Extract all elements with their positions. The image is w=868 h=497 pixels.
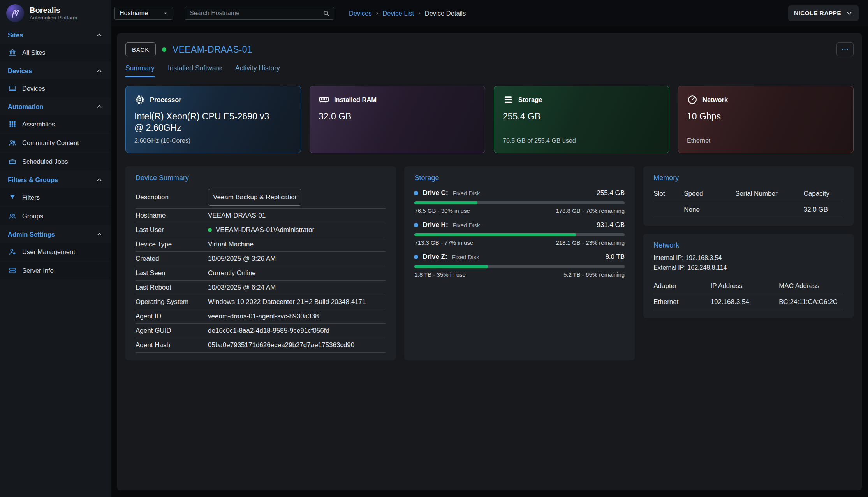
sidebar-item-label: Server Info (22, 267, 54, 274)
storage-stack-icon (503, 94, 514, 105)
chevron-down-icon (846, 10, 853, 17)
tab-summary[interactable]: Summary (125, 64, 155, 77)
drive-size: 255.4 GB (597, 189, 625, 197)
row-value: VEEAM-DRAAS-01\Administrator (216, 226, 314, 234)
drive-remaining-label: 5.2 TB - 65% remaining (563, 271, 625, 278)
sidebar-section-devices[interactable]: Devices (0, 62, 111, 79)
device-details-panel: BACK VEEAM-DRAAS-01 Summary Installed So… (117, 33, 862, 490)
row-value: Windows 10 2022 Datacenter 21H2 Build 20… (208, 298, 366, 306)
sidebar-item-assemblies[interactable]: Assemblies (0, 115, 111, 133)
drive-usage-bar (414, 201, 625, 204)
row-label: Agent GUID (136, 327, 208, 335)
app-subtitle: Automation Platform (30, 15, 77, 21)
chevron-down-icon (162, 10, 169, 16)
sidebar-section-label: Automation (8, 103, 44, 111)
drive-remaining-label: 178.8 GB - 70% remaining (556, 207, 625, 214)
chevron-up-icon (96, 231, 103, 238)
ellipsis-icon (841, 46, 849, 53)
sidebar-item-label: Scheduled Jobs (22, 158, 68, 165)
grid-icon (9, 120, 16, 128)
user-menu-button[interactable]: NICOLE RAPPE (788, 5, 859, 21)
sidebar-section-automation[interactable]: Automation (0, 98, 111, 115)
more-actions-button[interactable] (836, 42, 854, 56)
column-header: Serial Number (735, 186, 804, 202)
adapter-ip: 192.168.3.54 (711, 294, 779, 310)
description-input[interactable] (208, 189, 301, 206)
sidebar: Borealis Automation Platform Sites All S… (0, 0, 111, 497)
drive-size: 931.4 GB (597, 221, 625, 229)
sidebar-item-scheduled-jobs[interactable]: Scheduled Jobs (0, 153, 111, 170)
internal-ip: Internal IP: 192.168.3.54 (653, 253, 843, 263)
drive-used-label: 713.3 GB - 77% in use (414, 239, 473, 246)
sidebar-item-label: Filters (22, 194, 40, 201)
sidebar-item-server-info[interactable]: Server Info (0, 262, 111, 279)
drive-type: Fixed Disk (452, 254, 479, 260)
summary-row-operating-system: Operating System Windows 10 2022 Datacen… (136, 295, 386, 309)
sidebar-item-label: Groups (22, 212, 43, 220)
device-summary-title: Device Summary (136, 174, 386, 182)
sidebar-item-label: User Management (22, 248, 75, 256)
sidebar-item-user-management[interactable]: User Management (0, 243, 111, 261)
drive-row-h: Drive H: Fixed Disk 931.4 GB 713.3 GB - … (414, 221, 625, 246)
breadcrumb-current: Device Details (425, 10, 466, 17)
chevron-up-icon (96, 103, 103, 110)
row-value: Virtual Machine (208, 241, 254, 248)
borealis-logo-icon (5, 4, 25, 23)
breadcrumb-device-list[interactable]: Device List (382, 10, 414, 17)
tab-activity-history[interactable]: Activity History (235, 64, 280, 77)
search-field-dropdown[interactable]: Hostname (114, 7, 173, 20)
drive-bullet-icon (414, 255, 418, 259)
row-label: Operating System (136, 298, 208, 306)
briefcase-icon (9, 158, 16, 165)
drive-name: Drive Z: (423, 253, 447, 261)
sidebar-section-label: Devices (8, 67, 32, 75)
row-value: VEEAM-DRAAS-01 (208, 212, 266, 220)
card-subtitle: 76.5 GB of 255.4 GB used (503, 137, 660, 145)
drive-size: 8.0 TB (605, 253, 625, 261)
sidebar-item-groups[interactable]: Groups (0, 207, 111, 225)
sidebar-item-devices[interactable]: Devices (0, 79, 111, 97)
card-title: Network (702, 96, 728, 104)
people-icon (9, 139, 16, 147)
drive-bullet-icon (414, 191, 418, 195)
breadcrumb-separator: › (418, 9, 421, 17)
row-value: 10/03/2025 @ 6:24 AM (208, 284, 276, 292)
card-value: 255.4 GB (503, 111, 648, 122)
adapter-mac: BC:24:11:CA:C6:2C (779, 294, 843, 310)
row-value: Currently Online (208, 269, 256, 277)
memory-speed: None (684, 202, 735, 218)
sidebar-section-admin-settings[interactable]: Admin Settings (0, 226, 111, 243)
drive-remaining-label: 218.1 GB - 23% remaining (556, 239, 625, 246)
processor-card: Processor Intel(R) Xeon(R) CPU E5-2690 v… (125, 86, 301, 153)
drive-row-c: Drive C: Fixed Disk 255.4 GB 76.5 GB - 3… (414, 189, 625, 214)
server-icon (9, 267, 16, 274)
app-logo-block: Borealis Automation Platform (0, 0, 111, 26)
drive-type: Fixed Disk (453, 222, 480, 228)
sidebar-section-sites[interactable]: Sites (0, 26, 111, 44)
drive-usage-fill (414, 265, 488, 268)
summary-row-last-seen: Last Seen Currently Online (136, 266, 386, 281)
breadcrumb-devices[interactable]: Devices (349, 10, 372, 17)
storage-card: Storage 255.4 GB 76.5 GB of 255.4 GB use… (494, 86, 669, 153)
sidebar-item-all-sites[interactable]: All Sites (0, 44, 111, 61)
card-title: Storage (518, 96, 542, 104)
tab-installed-software[interactable]: Installed Software (168, 64, 222, 77)
main-column: Hostname Devices › Device List › Device … (111, 0, 868, 497)
sidebar-item-filters[interactable]: Filters (0, 188, 111, 206)
drive-type: Fixed Disk (453, 190, 480, 197)
row-label: Last Reboot (136, 284, 208, 292)
tab-bar: Summary Installed Software Activity Hist… (125, 64, 854, 77)
stat-cards-row: Processor Intel(R) Xeon(R) CPU E5-2690 v… (125, 86, 854, 153)
summary-row-agent-id: Agent ID veeam-draas-01-agent-svc-8930a3… (136, 309, 386, 324)
right-column: Memory Slot Speed Serial Number Capacity… (643, 166, 854, 318)
drive-used-label: 2.8 TB - 35% in use (414, 271, 465, 278)
sidebar-section-filters-groups[interactable]: Filters & Groups (0, 171, 111, 188)
search-input[interactable] (190, 10, 323, 17)
row-value: de16c0c1-8aa2-4d18-9585-9ce91cf056fd (208, 327, 329, 335)
memory-slot (653, 202, 684, 218)
sidebar-item-community-content[interactable]: Community Content (0, 134, 111, 152)
card-subtitle (319, 137, 476, 145)
online-status-dot (162, 47, 166, 52)
network-table-row: Ethernet 192.168.3.54 BC:24:11:CA:C6:2C (653, 294, 843, 310)
back-button[interactable]: BACK (125, 42, 156, 56)
